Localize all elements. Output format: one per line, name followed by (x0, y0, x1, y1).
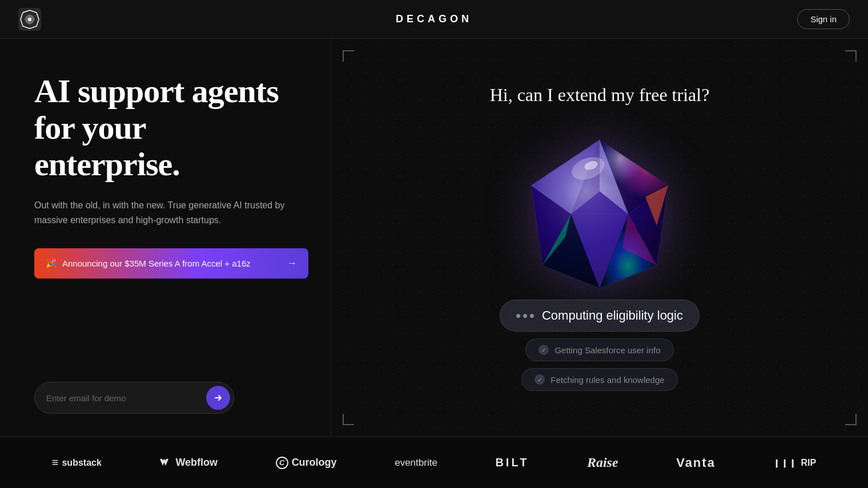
gem-container (503, 117, 697, 311)
email-submit-button[interactable] (206, 386, 230, 410)
dot-3 (530, 314, 534, 318)
right-panel: Hi, can I extend my free trial? (331, 39, 868, 437)
logo-bilt: BILT (495, 456, 529, 469)
webflow-label: Webflow (175, 457, 218, 469)
logos-bar: ≡ substack Webflow C Curology eventbrite… (0, 437, 868, 488)
substack-label: substack (62, 458, 101, 468)
vanta-label: Vanta (676, 455, 716, 470)
eventbrite-label: eventbrite (395, 457, 437, 469)
logo-vanta: Vanta (676, 455, 716, 470)
status-item-1: ✓ Getting Salesforce user info (525, 338, 673, 361)
brand-icon (18, 8, 41, 31)
curology-label: Curology (292, 457, 337, 469)
substack-icon: ≡ (52, 456, 59, 469)
svg-point-1 (28, 18, 31, 21)
navbar: DECAGON Sign in (0, 0, 868, 39)
check-icon-2: ✓ (535, 374, 545, 385)
logo-rip: ❙❙❙ RIP (773, 458, 816, 468)
status-bubbles: Computing eligibility logic ✓ Getting Sa… (500, 300, 700, 391)
email-form (34, 382, 234, 414)
computing-bubble: Computing eligibility logic (500, 300, 700, 332)
announcement-left: 🎉 Announcing our $35M Series A from Acce… (46, 258, 251, 268)
status-label-1: Getting Salesforce user info (554, 345, 660, 355)
announcement-text: Announcing our $35M Series A from Accel … (62, 259, 251, 268)
email-section (34, 382, 296, 414)
announcement-emoji: 🎉 (46, 258, 57, 268)
main-content: AI support agents for your enterprise. O… (0, 39, 868, 437)
logo-area (18, 8, 41, 31)
email-input[interactable] (46, 393, 206, 403)
status-item-2: ✓ Fetching rules and knowledge (521, 368, 677, 391)
computing-label: Computing eligibility logic (542, 308, 683, 323)
dot-1 (516, 314, 520, 318)
loading-dots (516, 314, 534, 318)
hero-subtitle: Out with the old, in with the new. True … (34, 198, 296, 227)
logo-substack: ≡ substack (52, 456, 102, 469)
corner-tr (845, 50, 857, 62)
logo-webflow: Webflow (159, 457, 218, 469)
rip-icon: ❙❙❙ (773, 458, 797, 467)
rip-label: RIP (801, 458, 816, 468)
bilt-label: BILT (495, 456, 529, 469)
announcement-button[interactable]: 🎉 Announcing our $35M Series A from Acce… (34, 248, 308, 279)
check-icon-1: ✓ (539, 345, 549, 355)
hero-title: AI support agents for your enterprise. (34, 73, 296, 182)
sign-in-button[interactable]: Sign in (797, 9, 850, 29)
logo-curology: C Curology (276, 457, 337, 469)
corner-bl (343, 414, 354, 425)
webflow-icon (159, 457, 172, 469)
corner-tl (343, 50, 354, 62)
raise-label: Raise (587, 455, 618, 470)
gem-graphic (508, 123, 691, 305)
curology-icon: C (276, 457, 288, 469)
dot-2 (523, 314, 527, 318)
logo-raise: Raise (587, 455, 618, 470)
logo-eventbrite: eventbrite (395, 457, 437, 469)
announcement-arrow-icon: → (287, 257, 297, 269)
nav-brand-title: DECAGON (396, 13, 472, 25)
corner-br (845, 414, 857, 425)
left-panel: AI support agents for your enterprise. O… (0, 39, 331, 437)
status-label-2: Fetching rules and knowledge (550, 375, 664, 385)
user-question: Hi, can I extend my free trial? (490, 84, 710, 106)
hero-section: AI support agents for your enterprise. O… (34, 73, 296, 279)
